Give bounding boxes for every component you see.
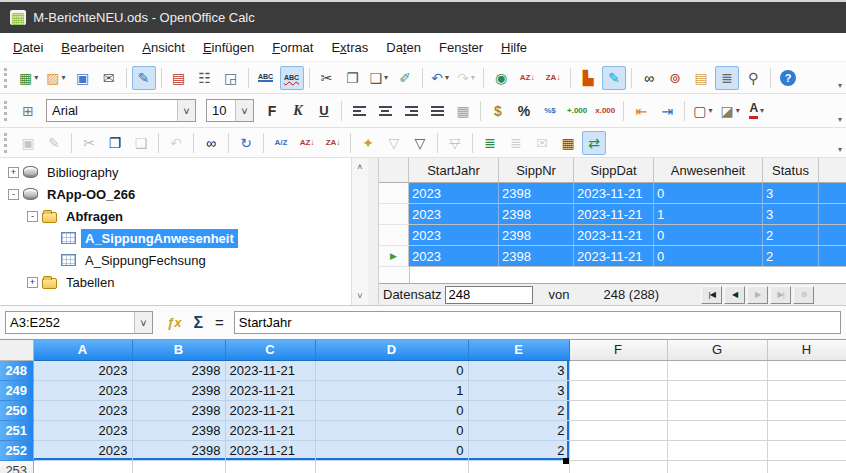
data-sources-button[interactable]: ≣ (715, 66, 739, 90)
chevron-down-icon[interactable]: ▾ (61, 73, 65, 82)
previous-record-button[interactable]: ◀ (724, 286, 745, 304)
chevron-down-icon[interactable]: ▾ (445, 73, 449, 82)
chevron-down-icon[interactable]: ▾ (709, 106, 713, 115)
toolbar-overflow-icon[interactable]: ▾ (838, 145, 842, 154)
toolbar-grip[interactable] (4, 133, 10, 153)
grid-cell[interactable]: 2398 (499, 183, 574, 204)
cell-a248[interactable]: 2023 (33, 360, 132, 380)
font-name-combo[interactable]: Arial˅ (46, 99, 196, 122)
selection-handle[interactable] (563, 458, 569, 464)
sort-ascending-button[interactable]: AZ↓ (515, 66, 539, 90)
equals-button[interactable]: = (215, 314, 224, 331)
cell-g253[interactable] (667, 460, 767, 473)
record-number-input[interactable] (445, 286, 533, 304)
navigator-button[interactable]: ⊚ (663, 66, 687, 90)
grid-cell[interactable]: 2023-11-21 (574, 183, 654, 204)
grid-cell[interactable]: 2023-11-21 (574, 204, 654, 225)
zoom-button[interactable]: ⚲ (741, 66, 765, 90)
toolbar-overflow-icon[interactable]: ▾ (838, 81, 842, 90)
cell-d250[interactable]: 0 (315, 400, 468, 420)
explorer-scrollbar[interactable]: ˄ ˅ (351, 158, 368, 305)
sort-descending-button[interactable]: ZA↓ (541, 66, 565, 90)
increase-indent-button[interactable]: ⇥ (655, 99, 679, 123)
chevron-down-icon[interactable]: ▾ (384, 73, 388, 82)
chevron-down-icon[interactable]: ▾ (760, 106, 764, 115)
open-document-button[interactable]: ▨▾ (43, 66, 68, 90)
cell-e251[interactable]: 2 (468, 420, 569, 440)
cell-c248[interactable]: 2023-11-21 (225, 360, 315, 380)
cell-e249[interactable]: 3 (468, 380, 569, 400)
explorer-on-off-button[interactable]: ⇄ (582, 131, 606, 155)
scroll-down-icon[interactable]: ˅ (357, 291, 362, 301)
align-justify-button[interactable] (425, 99, 449, 123)
cell-d253[interactable] (315, 460, 468, 473)
cell-a249[interactable]: 2023 (33, 380, 132, 400)
sum-button[interactable]: Σ (193, 314, 203, 332)
grid-column-header-anwesenheit[interactable]: Anwesenheit (654, 158, 763, 182)
standard-filter-button[interactable]: ▽ (408, 131, 432, 155)
cell-a251[interactable]: 2023 (33, 420, 132, 440)
cell-c253[interactable] (225, 460, 315, 473)
auto-spellcheck-button[interactable]: ABC (280, 66, 304, 90)
grid-column-header-startjahr[interactable]: StartJahr (409, 158, 499, 182)
send-email-button[interactable]: ✉ (97, 66, 121, 90)
paste-button[interactable]: ❑▾ (367, 66, 392, 90)
menu-item-hilfe[interactable]: Hilfe (492, 36, 536, 59)
tree-item-bibliography[interactable]: +Bibliography (0, 161, 368, 183)
tree-item-tabellen[interactable]: +Tabellen (0, 271, 368, 293)
toolbar-grip[interactable] (4, 101, 10, 121)
grid-cell[interactable]: 2398 (499, 246, 574, 267)
grid-column-header-sippnr[interactable]: SippNr (499, 158, 574, 182)
tree-item-abfragen[interactable]: -Abfragen (0, 205, 368, 227)
grid-cell[interactable]: 0 (654, 246, 763, 267)
cell-f251[interactable] (569, 420, 667, 440)
grid-cell[interactable]: 2023-11-21 (574, 246, 654, 267)
row-header-248[interactable]: 248 (0, 360, 33, 380)
underline-button[interactable]: U (312, 99, 336, 123)
new-document-button[interactable]: ▦▾ (16, 66, 41, 90)
cell-b251[interactable]: 2398 (132, 420, 225, 440)
function-wizard-button[interactable]: ƒx (167, 315, 181, 330)
font-size-combo[interactable]: 10˅ (206, 99, 254, 122)
align-right-button[interactable] (399, 99, 423, 123)
cell-c250[interactable]: 2023-11-21 (225, 400, 315, 420)
cell-f249[interactable] (569, 380, 667, 400)
grid-cell[interactable]: 3 (763, 183, 819, 204)
merge-cells-button[interactable]: ▦ (451, 99, 475, 123)
column-header-b[interactable]: B (132, 340, 225, 360)
cell-f248[interactable] (569, 360, 667, 380)
data-source-as-table-button[interactable]: ▦ (556, 131, 580, 155)
menu-item-extras[interactable]: Extras (322, 36, 377, 59)
decrease-indent-button[interactable]: ⇤ (629, 99, 653, 123)
cell-g249[interactable] (667, 380, 767, 400)
cell-c249[interactable]: 2023-11-21 (225, 380, 315, 400)
number-format-standard-button[interactable]: %$ (538, 99, 562, 123)
grid-cell[interactable]: 1 (654, 204, 763, 225)
background-color-button[interactable]: ◪▾ (718, 99, 743, 123)
auto-filter-button[interactable]: ✦ (356, 131, 380, 155)
gallery-button[interactable]: ▤ (689, 66, 713, 90)
column-header-g[interactable]: G (667, 340, 767, 360)
copy-button[interactable]: ❐ (103, 131, 127, 155)
grid-cell[interactable]: 2023 (409, 183, 499, 204)
expand-plus-icon[interactable]: + (27, 277, 38, 288)
cell-f250[interactable] (569, 400, 667, 420)
export-pdf-button[interactable]: ▤ (167, 66, 191, 90)
column-header-e[interactable]: E (468, 340, 569, 360)
grid-row[interactable]: 202323982023-11-2113 (379, 204, 846, 225)
grid-cell[interactable]: 2 (763, 225, 819, 246)
cell-a253[interactable] (33, 460, 132, 473)
cell-g250[interactable] (667, 400, 767, 420)
formula-input[interactable] (234, 311, 841, 334)
row-header-252[interactable]: 252 (0, 440, 33, 460)
add-decimal-place-button[interactable]: +.000 (564, 99, 590, 123)
save-document-button[interactable]: ▣ (71, 66, 95, 90)
name-box[interactable]: A3:E252 ˅ (5, 311, 153, 334)
grid-corner-cell[interactable] (379, 158, 409, 182)
help-button[interactable]: ? (776, 66, 800, 90)
scroll-up-icon[interactable]: ˄ (357, 162, 362, 172)
cut-button[interactable]: ✂ (315, 66, 339, 90)
cell-h248[interactable] (767, 360, 846, 380)
cell-b252[interactable]: 2398 (132, 440, 225, 460)
column-header-h[interactable]: H (767, 340, 846, 360)
